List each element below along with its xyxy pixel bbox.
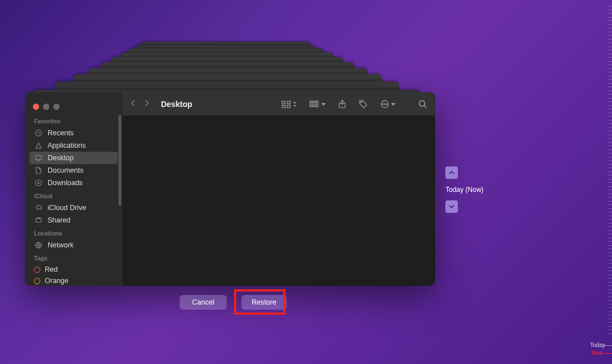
minimize-window-button[interactable] — [43, 104, 49, 110]
more-button[interactable] — [380, 100, 396, 109]
tags-button[interactable] — [359, 100, 368, 109]
svg-point-20 — [386, 104, 386, 104]
svg-rect-7 — [282, 105, 285, 107]
sidebar-item-documents[interactable]: Documents — [25, 164, 122, 177]
sidebar-item-shared[interactable]: Shared — [25, 214, 122, 226]
desktop-icon — [34, 153, 43, 162]
nav-back-button[interactable] — [130, 99, 136, 109]
svg-point-16 — [361, 101, 362, 102]
svg-rect-1 — [36, 156, 42, 160]
sidebar-item-label: Desktop — [48, 154, 74, 162]
sidebar-item-label: Red — [45, 265, 58, 273]
cloud-icon — [34, 203, 43, 212]
sidebar-item-label: Shared — [48, 216, 70, 224]
window-title: Desktop — [161, 100, 192, 109]
svg-rect-12 — [310, 104, 312, 106]
cancel-button[interactable]: Cancel — [180, 295, 227, 310]
sidebar-item-label: Network — [48, 241, 74, 249]
restore-button[interactable]: Restore — [241, 295, 287, 310]
traffic-lights — [25, 97, 122, 114]
svg-point-18 — [382, 104, 383, 104]
svg-rect-14 — [316, 104, 318, 106]
document-icon — [34, 166, 43, 175]
toolbar: Desktop — [122, 92, 435, 115]
timeline-previous-button[interactable] — [445, 166, 458, 179]
timeline-nav: Today (Now) — [445, 166, 483, 213]
timeline-edge[interactable]: // ticks generated below after main data… — [607, 0, 612, 364]
timeline-today-marker — [604, 345, 612, 346]
share-button[interactable] — [338, 100, 346, 109]
nav-arrows — [130, 99, 150, 109]
tag-orange-icon — [34, 278, 40, 284]
sidebar-item-label: iCloud Drive — [48, 204, 86, 212]
sidebar-item-label: Recents — [48, 129, 74, 137]
sidebar-section-locations: Locations — [25, 226, 122, 239]
group-button[interactable] — [309, 100, 326, 108]
svg-rect-13 — [313, 104, 315, 106]
close-window-button[interactable] — [33, 104, 39, 110]
svg-rect-6 — [287, 101, 290, 103]
sidebar-item-downloads[interactable]: Downloads — [25, 177, 122, 189]
sidebar: Favorites Recents Applications Desktop D… — [25, 92, 122, 286]
network-icon — [34, 241, 43, 250]
action-buttons: Cancel Restore — [180, 295, 287, 310]
sidebar-item-label: Documents — [48, 166, 83, 174]
finder-window: Favorites Recents Applications Desktop D… — [25, 92, 435, 286]
tag-red-icon — [34, 267, 40, 273]
main-area: Desktop — [122, 92, 435, 286]
nav-forward-button[interactable] — [144, 99, 150, 109]
sidebar-item-label: Downloads — [48, 179, 83, 187]
view-mode-button[interactable] — [282, 100, 297, 108]
sidebar-item-label: Applications — [48, 142, 86, 149]
sidebar-section-icloud: iCloud — [25, 189, 122, 202]
sidebar-item-tag-red[interactable]: Red — [25, 264, 122, 275]
svg-rect-5 — [282, 101, 285, 103]
sidebar-scrollbar[interactable] — [118, 115, 121, 205]
shared-icon — [34, 216, 43, 225]
svg-rect-11 — [316, 101, 318, 103]
timeline-today-label: Today — [590, 342, 605, 348]
apps-icon — [34, 141, 43, 150]
content-area[interactable] — [122, 115, 435, 286]
svg-rect-8 — [287, 105, 290, 107]
sidebar-item-recents[interactable]: Recents — [25, 127, 122, 139]
svg-rect-9 — [310, 101, 312, 103]
sidebar-item-icloud-drive[interactable]: iCloud Drive — [25, 202, 122, 214]
timeline-next-button[interactable] — [445, 200, 458, 213]
downloads-icon — [34, 178, 43, 187]
sidebar-item-tag-orange[interactable]: Orange — [25, 275, 122, 286]
clock-icon — [34, 129, 43, 138]
svg-point-19 — [384, 104, 385, 104]
sidebar-item-applications[interactable]: Applications — [25, 139, 122, 152]
timeline-current-label: Today (Now) — [445, 185, 483, 195]
search-button[interactable] — [418, 100, 427, 109]
timeline-now-label: Now — [592, 350, 603, 356]
toolbar-controls — [282, 100, 427, 109]
timeline-now-marker — [604, 353, 612, 354]
sidebar-item-label: Orange — [45, 277, 69, 285]
sidebar-item-network[interactable]: Network — [25, 239, 122, 251]
sidebar-item-desktop[interactable]: Desktop — [29, 152, 118, 164]
svg-rect-3 — [36, 219, 41, 222]
sidebar-section-tags: Tags — [25, 251, 122, 264]
maximize-window-button[interactable] — [53, 104, 60, 110]
svg-rect-10 — [313, 101, 315, 103]
svg-point-21 — [419, 100, 425, 106]
sidebar-section-favorites: Favorites — [25, 114, 122, 127]
